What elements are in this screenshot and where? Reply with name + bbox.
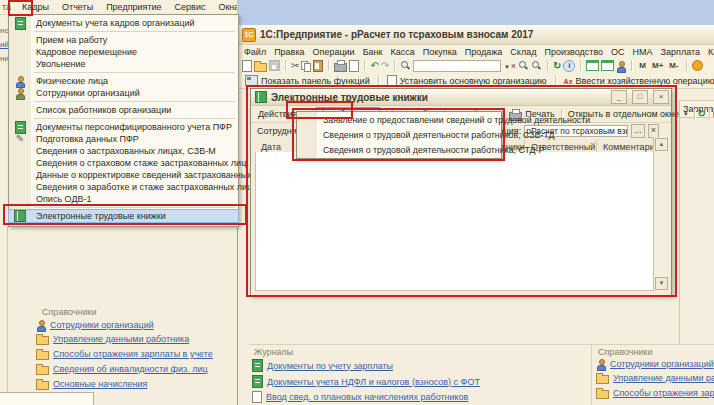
- list-item[interactable]: Сотрудники организаций: [596, 359, 714, 369]
- journal-icon: [252, 359, 263, 372]
- list-item[interactable]: Документы по учету зарплаты: [252, 359, 480, 372]
- menu-pokupka[interactable]: Покупка: [423, 47, 457, 57]
- toolbar-separator: [285, 60, 286, 71]
- redo-icon[interactable]: [381, 61, 389, 71]
- menu-item[interactable]: Сотрудники организаций: [9, 87, 238, 99]
- print-preview-icon[interactable]: [349, 60, 359, 72]
- panel-divider: [7, 226, 8, 405]
- person-icon: [15, 76, 25, 86]
- person-icon: [596, 359, 606, 369]
- menu-item[interactable]: Физические лица: [9, 75, 238, 87]
- edge-fragment: низ: [0, 54, 8, 68]
- list-item[interactable]: Документы учета НДФЛ и налогов (взносов)…: [252, 375, 480, 388]
- list-item[interactable]: Способы отражения зарплаты в учете: [596, 387, 714, 399]
- clear-search-icon[interactable]: ×: [511, 61, 516, 71]
- refresh-icon[interactable]: [553, 61, 561, 71]
- menu-item[interactable]: Данные о корректировке сведений застрахо…: [9, 169, 238, 181]
- organization-select-button[interactable]: ...: [631, 124, 645, 138]
- zoom-in-icon[interactable]: [518, 60, 529, 71]
- menu-item[interactable]: Документы персонифицированного учета ПФР: [9, 121, 238, 133]
- menubar-fragment: та: [2, 2, 11, 12]
- menu-bank[interactable]: Банк: [363, 47, 383, 57]
- scroll-down-icon[interactable]: [655, 277, 668, 290]
- zoom-out-icon[interactable]: [531, 60, 542, 71]
- menu-sklad[interactable]: Склад: [510, 47, 536, 57]
- info-icon[interactable]: [563, 60, 575, 72]
- enter-operation-button[interactable]: Ввести хозяйственную операцию: [561, 75, 714, 87]
- etk-table-body[interactable]: [255, 152, 667, 291]
- menu-item[interactable]: Опись ОДВ-1: [9, 193, 238, 205]
- set-main-organization-button[interactable]: Установить основную организацию: [384, 74, 550, 88]
- search-icon[interactable]: [400, 60, 411, 71]
- menu-item[interactable]: Сведения о страховом стаже застрахованны…: [9, 157, 238, 169]
- add-menu-item-stdr[interactable]: Сведения о трудовой деятельности работни…: [297, 142, 501, 157]
- undo-icon[interactable]: [370, 61, 378, 71]
- user-icon[interactable]: [616, 61, 626, 71]
- new-document-icon[interactable]: [242, 60, 252, 72]
- section-divider: [591, 344, 592, 405]
- edge-fragment-link: ий: [0, 40, 8, 54]
- menu-item[interactable]: Документы учета кадров организаций: [9, 17, 238, 29]
- list-item[interactable]: Управление данными работника: [36, 333, 213, 345]
- menu-item[interactable]: Кадровое перемещение: [9, 46, 238, 58]
- table-report2-icon[interactable]: [601, 60, 614, 71]
- menu-item[interactable]: Увольнение: [9, 58, 238, 70]
- menu-prodazha[interactable]: Продажа: [465, 47, 503, 57]
- save-icon[interactable]: [269, 60, 280, 71]
- memory-mminus-button[interactable]: M-: [667, 61, 680, 70]
- memory-m-button[interactable]: M: [637, 61, 648, 70]
- left-refs-header: Справочники: [42, 307, 97, 317]
- desktop-background: [237, 0, 714, 26]
- search-dropdown-icon[interactable]: [503, 61, 509, 71]
- print-icon[interactable]: [334, 63, 347, 72]
- show-function-panel-button[interactable]: Показать панель функций: [242, 74, 373, 87]
- menu-zarplata[interactable]: Зарплата: [661, 47, 700, 57]
- menu-os[interactable]: ОС: [611, 47, 625, 57]
- list-item[interactable]: Сотрудники организаций: [36, 320, 213, 330]
- list-item[interactable]: Способы отражения зарплаты в учете: [36, 348, 213, 360]
- minimize-button[interactable]: _: [611, 90, 627, 104]
- menu-predpriyatie[interactable]: Предприятие: [104, 1, 163, 13]
- list-item[interactable]: Основные начисления: [36, 378, 213, 390]
- list-item[interactable]: Управление данными работника: [596, 372, 714, 384]
- menu-proizvodstvo[interactable]: Производство: [544, 47, 603, 57]
- menu-nma[interactable]: НМА: [633, 47, 653, 57]
- menu-item[interactable]: Прием на работу: [9, 34, 238, 46]
- left-edge-fragments: но ий низ: [0, 26, 8, 86]
- vertical-scrollbar[interactable]: [653, 137, 667, 291]
- add-menu-item-application[interactable]: Заявление о предоставлении сведений о тр…: [297, 112, 501, 127]
- paste-icon[interactable]: [313, 60, 323, 72]
- cut-icon[interactable]: [291, 61, 299, 71]
- close-button[interactable]: ×: [653, 90, 669, 104]
- menu-item-electronic-workbooks[interactable]: Электронные трудовые книжки: [9, 210, 238, 222]
- menu-item[interactable]: Подготовка данных ПФР: [9, 133, 238, 145]
- refresh-list-icon[interactable]: [698, 109, 706, 119]
- menu-otchety[interactable]: Отчеты: [60, 1, 95, 13]
- prepare-data-icon: [16, 134, 24, 144]
- copy-icon[interactable]: [301, 61, 311, 71]
- menu-kassa[interactable]: Касса: [390, 47, 414, 57]
- table-report-icon[interactable]: [586, 60, 599, 71]
- memory-mplus-button[interactable]: M+: [650, 61, 665, 70]
- open-icon[interactable]: [254, 63, 267, 72]
- menu-item[interactable]: Сведения о заработке и стаже застрахован…: [9, 181, 238, 193]
- folder-icon: [596, 375, 609, 384]
- list-item[interactable]: Ввод свед. о плановых начислениях работн…: [252, 391, 480, 403]
- maximize-button[interactable]: □: [632, 90, 648, 104]
- menu-kadry-main[interactable]: Кадры: [708, 47, 714, 57]
- book-icon: [255, 91, 267, 103]
- app-icon: [242, 28, 256, 42]
- menu-file[interactable]: Файл: [244, 47, 266, 57]
- quick-search-input[interactable]: [413, 60, 501, 72]
- organization-clear-button[interactable]: ×: [648, 124, 659, 138]
- list-item[interactable]: Сведения об инвалидности физ. лиц: [36, 363, 213, 375]
- add-menu-item-szvtd[interactable]: Сведения о трудовой деятельности работни…: [297, 127, 501, 142]
- scroll-up-icon[interactable]: [655, 138, 668, 151]
- tips-lamp-icon[interactable]: [692, 60, 703, 71]
- menu-edit[interactable]: Правка: [274, 47, 304, 57]
- menu-kadry[interactable]: Кадры: [20, 1, 51, 13]
- menu-operations[interactable]: Операции: [313, 47, 355, 57]
- menu-servis[interactable]: Сервис: [173, 1, 208, 13]
- menu-item[interactable]: Сведения о застрахованных лицах, СЗВ-М: [9, 145, 238, 157]
- menu-item[interactable]: Список работников организации: [9, 104, 238, 116]
